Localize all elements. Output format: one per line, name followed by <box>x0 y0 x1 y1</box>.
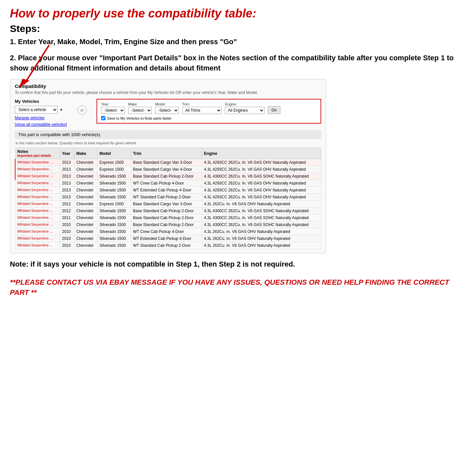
make-label: Make <box>128 102 152 106</box>
save-checkbox-label: Save to My Vehicles to finds parts faste… <box>107 116 172 120</box>
cell-make: Chevrolet <box>74 201 97 208</box>
cell-notes: Mfrlabel:Serpentine ... <box>15 235 60 242</box>
go-button[interactable]: Go <box>268 106 280 114</box>
step1-text: 1. Enter Year, Make, Model, Trim, Engine… <box>10 37 466 47</box>
cell-year: 2013 <box>60 166 74 173</box>
cell-notes: Mfrlabel:Serpentine... <box>15 166 60 173</box>
cell-year: 2010 <box>60 242 74 249</box>
cell-trim: Base Standard Cargo Van 3-Door <box>131 201 202 208</box>
year-select[interactable]: -Select- <box>101 107 125 114</box>
contact-text: **PLEASE CONTACT US VIA EBAY MESSAGE IF … <box>10 277 466 298</box>
cell-make: Chevrolet <box>74 208 97 215</box>
or-divider: or <box>77 105 87 115</box>
cell-notes: Mfrlabel:Serpentine ... <box>15 173 60 180</box>
trim-field: Trim All Trims <box>182 102 222 114</box>
manage-vehicles-link[interactable]: Manage vehicles <box>15 116 68 120</box>
make-field: Make -Select- <box>128 102 152 114</box>
trim-select[interactable]: All Trims <box>182 107 222 114</box>
cell-model: Silverado 1500 <box>98 208 131 215</box>
cell-make: Chevrolet <box>74 180 97 187</box>
cell-engine: 4.3L 4293CC 262Cu. In. V6 GAS OHV Natura… <box>202 194 321 201</box>
engine-field: Engine All Engines <box>225 102 265 114</box>
cell-model: Silverado 1500 <box>98 187 131 194</box>
cell-model: Express 1500 <box>98 159 131 166</box>
cell-notes: Mfrlabel:Serpentine ... <box>15 208 60 215</box>
cell-year: 2013 <box>60 173 74 180</box>
cell-engine: 4.3L 262Cu. In. V6 GAS OHV Naturally Asp… <box>202 228 321 235</box>
table-body: Mfrlabel:Serpentine ....2013ChevroletExp… <box>15 159 321 249</box>
cell-notes: Mfrlabel:Serpentine ... <box>15 242 60 249</box>
model-select[interactable]: -Select- <box>155 107 179 114</box>
cell-make: Chevrolet <box>74 235 97 242</box>
table-row: Mfrlabel:Serpentine ....2013ChevroletExp… <box>15 159 321 166</box>
col-engine: Engine <box>202 148 321 159</box>
cell-engine: 4.3L 262Cu. In. V6 GAS OHV Naturally Asp… <box>202 242 321 249</box>
col-make: Make <box>74 148 97 159</box>
cell-trim: WT Standard Cab Pickup 2-Door <box>131 242 202 249</box>
cell-year: 2013 <box>60 187 74 194</box>
my-vehicles-label: My Vehicles <box>15 99 68 104</box>
cell-year: 2013 <box>60 180 74 187</box>
compatibility-section: Compatibility To confirm that this part … <box>10 79 326 253</box>
table-row: Mfrlabel:Serpentine ...2012ChevroletExpr… <box>15 201 321 208</box>
engine-select[interactable]: All Engines <box>225 107 265 114</box>
compat-subtitle: To confirm that this part fits your vehi… <box>15 90 321 95</box>
cell-engine: 4.3L 262Cu. In. V6 GAS OHV Naturally Asp… <box>202 235 321 242</box>
cell-model: Silverado 1500 <box>98 215 131 221</box>
col-notes: Notes Important part details <box>15 148 60 159</box>
cell-year: 2012 <box>60 208 74 215</box>
cell-engine: 4.3L 4300CC 262Cu. In. V6 GAS SOHC Natur… <box>202 215 321 221</box>
cell-make: Chevrolet <box>74 242 97 249</box>
save-checkbox[interactable] <box>101 116 105 120</box>
cell-model: Silverado 1500 <box>98 221 131 228</box>
cell-year: 2010 <box>60 235 74 242</box>
cell-year: 2012 <box>60 201 74 208</box>
step2-text: 2. Place your mouse over "Important Part… <box>10 53 466 73</box>
trim-label: Trim <box>182 102 222 106</box>
cell-engine: 4.3L 4300CC 262Cu. In. V6 GAS SOHC Natur… <box>202 208 321 215</box>
cell-engine: 4.3L 262Cu. In. V6 GAS OHV Naturally Asp… <box>202 201 321 208</box>
table-row: Mfrlabel:Serpentine ...2013ChevroletSilv… <box>15 173 321 180</box>
engine-label: Engine <box>225 102 265 106</box>
col-year: Year <box>60 148 74 159</box>
cell-model: Silverado 1500 <box>98 180 131 187</box>
table-header: Notes Important part details Year Make M… <box>15 148 321 159</box>
cell-year: 2013 <box>60 194 74 201</box>
cell-model: Silverado 1500 <box>98 173 131 180</box>
cell-year: 2013 <box>60 159 74 166</box>
col-trim: Trim <box>131 148 202 159</box>
cell-trim: Base Standard Cargo Van 4-Door <box>131 166 202 173</box>
cell-model: Silverado 1500 <box>98 242 131 249</box>
save-checkbox-row: Save to My Vehicles to finds parts faste… <box>101 116 317 120</box>
table-row: Mfrlabel:Serpentine ...2013ChevroletSilv… <box>15 194 321 201</box>
compatibility-table: Notes Important part details Year Make M… <box>15 148 321 249</box>
cell-trim: WT Extended Cab Pickup 4-Door <box>131 235 202 242</box>
cell-model: Express 1500 <box>98 201 131 208</box>
cell-engine: 4.3L 4300CC 262Cu. In. V6 GAS SOHC Natur… <box>202 173 321 180</box>
cell-notes: Mfrlabel:Serpentine ... <box>15 228 60 235</box>
cell-trim: Base Standard Cab Pickup 2-Door <box>131 173 202 180</box>
year-field: Year -Select- <box>101 102 125 114</box>
cell-make: Chevrolet <box>74 215 97 221</box>
note-text: Note: if it says your vehicle is not com… <box>10 259 466 270</box>
cell-make: Chevrolet <box>74 173 97 180</box>
table-row: Mfrlabel:Serpentine ...2010ChevroletSilv… <box>15 235 321 242</box>
cell-notes: Mfrlabel:Serpentine .... <box>15 159 60 166</box>
model-label: Model <box>155 102 179 106</box>
select-vehicle-dropdown[interactable]: Select a vehicle <box>15 106 58 114</box>
cell-make: Chevrolet <box>74 228 97 235</box>
table-row: Mfrlabel:Serpentine ...2010ChevroletSilv… <box>15 242 321 249</box>
cell-year: 2010 <box>60 228 74 235</box>
cell-trim: WT Extended Cab Pickup 4-Door <box>131 187 202 194</box>
compatible-count-bar: This part is compatible with 1000 vehicl… <box>15 130 321 139</box>
cell-trim: WT Crew Cab Pickup 4-Door <box>131 228 202 235</box>
cell-make: Chevrolet <box>74 166 97 173</box>
make-select[interactable]: -Select- <box>128 107 152 114</box>
cell-engine: 4.3L 4293CC 262Cu. In. V6 GAS OHV Natura… <box>202 180 321 187</box>
cell-trim: WT Standard Cab Pickup 2-Door <box>131 194 202 201</box>
show-compatible-link[interactable]: [show all compatible vehicles] <box>15 122 68 127</box>
my-vehicles-section: My Vehicles Select a vehicle ▼ Manage ve… <box>15 99 68 127</box>
table-row: Mfrlabel:Serpentine ...2013ChevroletSilv… <box>15 187 321 194</box>
col-model: Model <box>98 148 131 159</box>
table-row: Mfrlabel:Serpentine ...2013ChevroletSilv… <box>15 180 321 187</box>
